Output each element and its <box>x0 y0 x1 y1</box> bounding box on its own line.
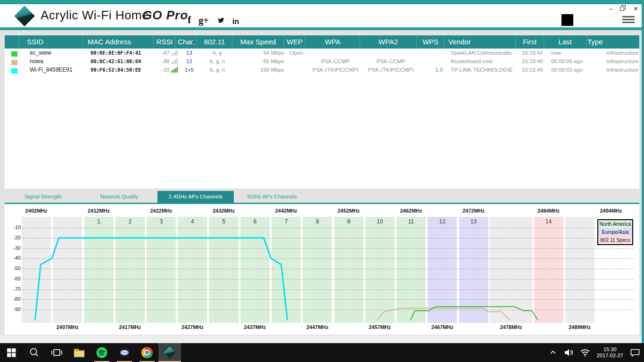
freq-label-bottom: 2478MHz <box>495 324 528 330</box>
freq-label-bottom: 2447MHz <box>301 324 334 330</box>
gridline <box>23 299 634 300</box>
column-header-first[interactable]: First <box>515 35 544 49</box>
signal-bars-icon <box>171 50 178 56</box>
gridline <box>23 279 634 280</box>
table-row[interactable]: ec_wiew00:0E:8E:0F:F4:41-8713b, g54 Mbps… <box>5 49 639 57</box>
sort-asc-icon: ▲ <box>192 35 196 49</box>
action-center-icon[interactable] <box>628 343 642 362</box>
chrome-button[interactable] <box>136 343 158 362</box>
window-bottom-strip <box>0 336 644 343</box>
channel-number: 3 <box>147 217 176 225</box>
start-button[interactable] <box>0 343 23 362</box>
freq-label-bottom: 2467MHz <box>426 324 459 330</box>
tab-2-4ghz-aps-channels[interactable]: 2.4GHz APs Channels <box>157 191 234 203</box>
freq-label-bottom: 2489MHz <box>563 324 596 330</box>
column-header-vendor[interactable]: Vendor <box>444 35 515 49</box>
channel-number: 8 <box>303 217 332 225</box>
gridline <box>23 289 634 290</box>
cell-chan: 12 <box>179 57 200 66</box>
acrylic-wifi-window: Acrylic Wi-Fi Home GO Pro f g+ in – ✕ SS… <box>0 0 644 343</box>
gridline <box>23 269 634 269</box>
channel-number: 2 <box>116 217 145 225</box>
channel-column-13: 13 <box>459 217 488 323</box>
column-header-ssid[interactable]: SSID <box>19 35 83 49</box>
legend-item: Europe/Asia <box>598 228 632 236</box>
column-header-wep[interactable]: WEP <box>284 35 305 49</box>
channel-number: 7 <box>272 217 301 225</box>
hidden-icons-chevron-icon[interactable] <box>546 343 560 362</box>
column-header-swatch[interactable] <box>5 35 19 49</box>
linkedin-icon[interactable]: in <box>232 17 239 26</box>
system-tray: 15:30 2017-02-27 <box>546 343 644 362</box>
cell-type: Infrastructure <box>589 49 639 57</box>
clock-date: 2017-02-27 <box>597 353 623 359</box>
tab-5ghz-aps-channels[interactable]: 5GHz APs Channels <box>234 191 310 203</box>
minimize-button[interactable]: – <box>609 5 612 12</box>
restore-button[interactable] <box>620 5 626 12</box>
column-header-wps[interactable]: WPS <box>416 35 444 49</box>
cell-swatch <box>8 67 22 74</box>
column-header-rssi[interactable]: RSSI <box>153 35 175 49</box>
freq-label-top: 2494MHz <box>594 208 627 214</box>
y-axis-tick: -90 <box>6 306 21 312</box>
y-axis-tick: -50 <box>6 265 21 271</box>
column-header-dot11[interactable]: 802.11 <box>197 35 232 49</box>
table-row[interactable]: nowa00:0C:42:61:08:69-8912b, g, n65 Mbps… <box>5 57 639 66</box>
signal-bars-icon <box>171 67 178 73</box>
gridline <box>23 258 634 259</box>
cell-first: 15:15:42 <box>518 49 546 57</box>
column-header-chan[interactable]: Chan▲ <box>175 35 197 49</box>
freq-label-top: 2462MHz <box>395 208 428 214</box>
cell-mac: 90:F6:52:84:50:EE <box>86 66 157 74</box>
hamburger-menu-icon[interactable] <box>622 16 635 25</box>
channel-column-6: 6 <box>240 217 270 323</box>
cell-swatch <box>8 50 22 57</box>
chart-tabs: Signal StrengthNetwork Quality2.4GHz APs… <box>5 191 310 203</box>
search-button[interactable] <box>23 343 45 362</box>
cell-wpa2: PSK-CCMP <box>363 57 419 66</box>
column-header-wpa[interactable]: WPA <box>305 35 360 49</box>
cell-wps: 1.0 <box>419 66 447 74</box>
task-view-button[interactable] <box>45 343 68 362</box>
channel-number: 14 <box>534 217 563 225</box>
channel-column <box>565 217 594 323</box>
tab-signal-strength[interactable]: Signal Strength <box>5 191 81 203</box>
acrylic-wifi-taskbar-button[interactable] <box>158 343 181 362</box>
channels-chart: North AmericaEurope/Asia802.11 Specs 123… <box>5 204 639 335</box>
facebook-icon[interactable]: f <box>188 14 191 26</box>
stop-scan-button[interactable] <box>561 14 573 26</box>
go-pro-button[interactable]: GO Pro <box>142 8 188 23</box>
gridline <box>23 238 634 239</box>
channel-column-8: 8 <box>303 217 332 323</box>
gridline <box>23 248 634 249</box>
column-header-mac[interactable]: MAC Address <box>83 35 153 49</box>
spotify-button[interactable] <box>91 343 113 362</box>
channel-column-11: 11 <box>396 217 426 323</box>
freq-label-top: 2442MHz <box>270 208 303 214</box>
column-header-last[interactable]: Last <box>544 35 586 49</box>
freq-label-bottom: 2427MHz <box>176 324 209 330</box>
rssi-value: -89 <box>162 57 170 66</box>
close-button[interactable]: ✕ <box>633 5 638 12</box>
freq-label-bottom: 2437MHz <box>239 324 272 330</box>
wifi-icon[interactable] <box>578 343 592 362</box>
cell-type: Infrastructure <box>589 57 639 66</box>
column-header-type[interactable]: Type <box>586 35 636 49</box>
column-header-wpa2[interactable]: WPA2 <box>360 35 416 49</box>
cell-wep: Open <box>287 49 308 57</box>
cell-wpa <box>308 49 363 57</box>
cell-wep <box>287 57 308 66</box>
file-explorer-button[interactable] <box>68 343 91 362</box>
table-row[interactable]: Wi-Fi_8459EE9190:F6:52:84:50:EE-201+5b, … <box>5 66 639 74</box>
freq-label-top: 2484MHz <box>532 208 565 214</box>
taskbar-clock[interactable]: 15:30 2017-02-27 <box>594 346 626 359</box>
rssi-value: -87 <box>162 49 170 57</box>
cell-ssid: nowa <box>22 57 86 66</box>
google-plus-icon[interactable]: g+ <box>198 15 208 26</box>
cell-vendor: SparkLAN Communicatio <box>447 49 518 57</box>
column-header-speed[interactable]: Max Speed <box>232 35 284 49</box>
volume-icon[interactable] <box>562 343 576 362</box>
media-player-button[interactable] <box>113 343 136 362</box>
tab-network-quality[interactable]: Network Quality <box>81 191 157 203</box>
twitter-icon[interactable] <box>216 16 225 26</box>
